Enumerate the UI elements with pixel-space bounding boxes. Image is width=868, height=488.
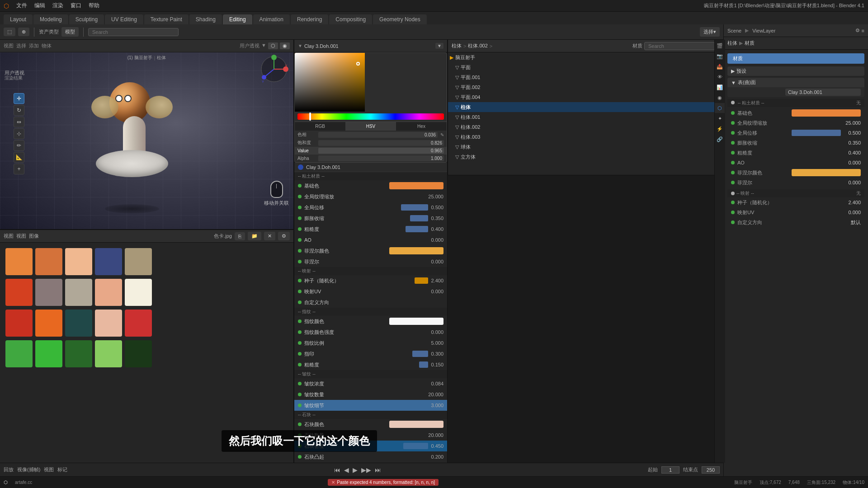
outliner-item-cylinder001[interactable]: ▽ 柱体.001 👁 xyxy=(448,112,723,122)
mat-row-sub[interactable]: 菲涅尔 0.000 xyxy=(294,256,447,267)
surface-mat-value[interactable]: Clay 3.Doh.001 xyxy=(785,89,861,96)
vp-tool-scale[interactable]: ⇔ xyxy=(14,117,24,127)
mat-row-wrinklecount[interactable]: 皱纹数量 20.000 xyxy=(294,389,447,400)
rp-globalscale-row[interactable]: 全局纹理缩放 25.000 xyxy=(727,118,864,128)
cp-hue-input[interactable] xyxy=(318,132,438,138)
tab-animation[interactable]: Animation xyxy=(253,14,290,24)
mat-color-swatch-stone[interactable] xyxy=(389,421,443,428)
tl-btn-play[interactable]: ▶ xyxy=(353,466,358,474)
rp-seed-row[interactable]: 种子（随机化） 2.400 xyxy=(727,197,864,207)
swatch-16[interactable] xyxy=(35,340,62,367)
mat-row-stonerelief[interactable]: 石块凸起 0.200 xyxy=(294,451,447,462)
viewport-3d[interactable]: 视图 选择 添加 物体 用户透视 ▼ ⬡ ◉ 用户透视 渲染结果 (1) 脑豆射… xyxy=(0,40,294,230)
outliner-item-cylinder002[interactable]: ▽ 柱体.002 👁 xyxy=(448,122,723,132)
props-icon-object[interactable]: ◉ xyxy=(715,93,725,103)
props-surface-header[interactable]: ▼ 表(曲)面 xyxy=(727,78,864,87)
props-preview-header[interactable]: ▶ 预设 xyxy=(727,66,864,76)
outliner-item-plane004[interactable]: ▽ 平面.004 👁 xyxy=(448,92,723,102)
tab-compositing[interactable]: Compositing xyxy=(329,14,372,24)
props-icon-data[interactable]: 📊 xyxy=(715,82,725,92)
swatch-18[interactable] xyxy=(95,340,122,367)
clay-section-header[interactable]: -- 粘土材质 -- xyxy=(294,172,447,180)
rp-bc-cylinder[interactable]: 柱体 xyxy=(727,40,737,47)
toolbar-select-box[interactable]: ⬚ xyxy=(4,28,15,36)
tl-btn-end[interactable]: ⏭ xyxy=(375,466,381,474)
mat-color-swatch-finger[interactable] xyxy=(389,318,443,325)
swatch-19[interactable] xyxy=(125,340,152,367)
cp-gradient-area[interactable] xyxy=(295,53,365,112)
swatch-11[interactable] xyxy=(35,310,62,337)
rp-fresnel-row[interactable]: 菲涅尔 0.000 xyxy=(727,178,864,188)
rp-globalpos-row[interactable]: 全局位移 0.500 xyxy=(727,128,864,138)
tl-label-markers[interactable]: 标记 xyxy=(57,466,67,473)
swatch-6[interactable] xyxy=(35,279,62,306)
wrinkle-section-header[interactable]: -- 皱纹 -- xyxy=(294,370,447,378)
swatch-7[interactable] xyxy=(65,279,92,306)
surface-value-row[interactable]: Clay 3.Doh.001 xyxy=(727,87,864,97)
tab-layout[interactable]: Layout xyxy=(4,14,33,24)
swatch-1[interactable] xyxy=(35,248,62,275)
cp-dropdown-btn[interactable]: ▼ xyxy=(435,43,443,49)
rp-color-basecolor[interactable] xyxy=(792,109,861,117)
mat-row-uv[interactable]: 映射UV 0.000 xyxy=(294,286,447,297)
image-editor[interactable]: 视图 视图 图像 色卡.jpg ⎘ 📁 ✕ ⚙ xyxy=(0,230,294,463)
reflection-section-header[interactable]: -- 映射 -- xyxy=(294,267,447,275)
props-icon-material[interactable]: ⬡ xyxy=(715,103,725,113)
rp-color-fresnel[interactable] xyxy=(792,169,861,176)
ie-menu-view1[interactable]: 视图 xyxy=(4,233,14,239)
swatch-5[interactable] xyxy=(5,279,33,306)
props-icon-physics[interactable]: ⚡ xyxy=(715,124,725,134)
mat-row-stamp[interactable]: 指印 0.300 xyxy=(294,348,447,359)
mat-row-globaltex[interactable]: 全局纹理缩放 25.000 xyxy=(294,191,447,202)
props-icon-scene[interactable]: 🎬 xyxy=(715,41,725,51)
menu-help[interactable]: 帮助 xyxy=(85,1,103,10)
mat-color-swatch-subcolor[interactable] xyxy=(389,247,443,254)
cp-tab-hsv[interactable]: HSV xyxy=(345,122,396,131)
swatch-2[interactable] xyxy=(65,248,92,275)
mat-row-seed[interactable]: 种子（随机化） 2.400 xyxy=(294,275,447,286)
tl-btn-prev[interactable]: ◀ xyxy=(344,466,349,474)
vp-menu-object[interactable]: 物体 xyxy=(42,42,52,49)
outliner-item-plane002[interactable]: ▽ 平面.002 👁 xyxy=(448,82,723,92)
ie-menu-view2[interactable]: 视图 xyxy=(16,233,26,239)
ie-menu-image[interactable]: 图像 xyxy=(29,233,39,239)
tab-shading[interactable]: Shading xyxy=(189,14,222,24)
tab-uv-editing[interactable]: UV Editing xyxy=(105,14,143,24)
vp-tool-transform[interactable]: ⊹ xyxy=(14,128,24,139)
mat-row-stonecolor[interactable]: 石块颜色 xyxy=(294,419,447,430)
mat-row-direction[interactable]: 自定义方向 xyxy=(294,297,447,308)
mat-row-globalpos[interactable]: 全局位移 0.500 xyxy=(294,202,447,213)
tl-label-playback[interactable]: 回放 xyxy=(4,466,14,473)
mat-row-basecolor[interactable]: 基础色 xyxy=(294,180,447,191)
tab-modeling[interactable]: Modeling xyxy=(33,14,68,24)
vp-shading-wire[interactable]: ⬡ xyxy=(268,42,278,49)
swatch-10[interactable] xyxy=(5,310,33,337)
rp-shrink-row[interactable]: 膨胀收缩 0.350 xyxy=(727,138,864,148)
props-icon-particle[interactable]: ✦ xyxy=(715,113,725,123)
outliner-item-cube[interactable]: ▽ 立方体 👁 xyxy=(448,152,723,162)
rp-reflection-section[interactable]: -- 映射 -- 无 xyxy=(727,189,864,197)
toolbar-select-all[interactable]: 选择▾ xyxy=(700,27,720,37)
ob-bc-1[interactable]: 柱体 xyxy=(452,42,462,49)
stone-section-header[interactable]: -- 石块 -- xyxy=(294,411,447,419)
ie-settings-btn[interactable]: ⚙ xyxy=(278,232,290,240)
cp-hue-edit[interactable]: ✎ xyxy=(440,132,444,137)
cp-alpha-input[interactable] xyxy=(318,155,444,161)
ie-copy-btn[interactable]: ⎘ xyxy=(235,232,245,240)
cp-expand-icon[interactable]: ▼ xyxy=(298,43,302,48)
cp-hue-strip[interactable] xyxy=(297,113,444,120)
rp-bc-material-tab[interactable]: 材质 xyxy=(745,40,755,47)
mat-row-shrink[interactable]: 膨胀收缩 0.350 xyxy=(294,213,447,224)
mat-row-fingerstrength[interactable]: 指纹颜色强度 0.000 xyxy=(294,327,447,338)
rp-basecolor-row[interactable]: 基础色 xyxy=(727,108,864,118)
tl-btn-start[interactable]: ⏮ xyxy=(334,466,340,474)
rp-clay-no[interactable]: 无 xyxy=(856,100,861,106)
swatch-0[interactable] xyxy=(5,248,33,275)
vp-menu-add[interactable]: 添加 xyxy=(29,42,39,49)
mat-color-swatch-basecolor[interactable] xyxy=(389,182,443,189)
tl-btn-next[interactable]: ▶▶ xyxy=(361,466,371,474)
rp-filter-btn[interactable]: ≡ xyxy=(862,28,864,33)
tab-rendering[interactable]: Rendering xyxy=(291,14,328,24)
rp-fresnelcolor-row[interactable]: 菲涅尔颜色 xyxy=(727,168,864,178)
swatch-15[interactable] xyxy=(5,340,33,367)
